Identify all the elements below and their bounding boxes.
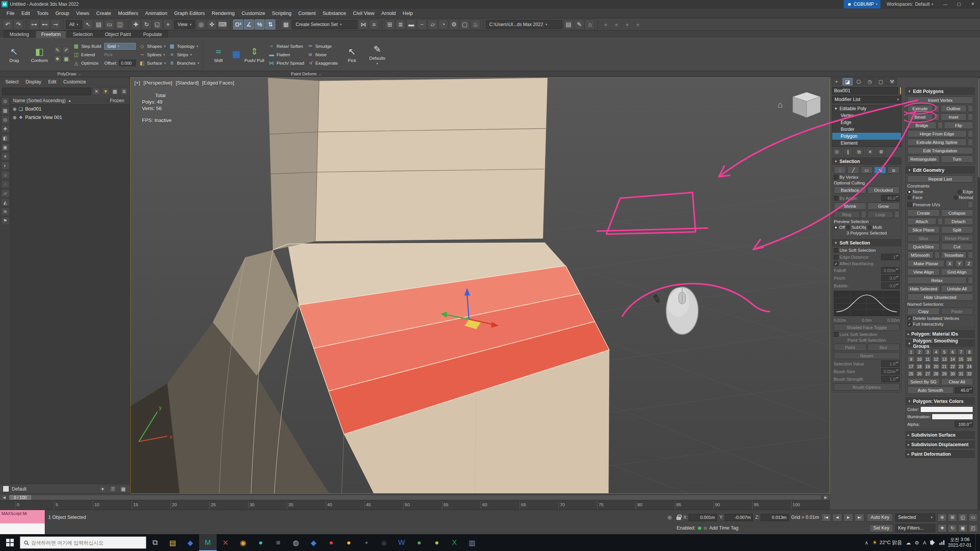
attach-settings-button[interactable] <box>938 218 943 225</box>
polydraw-brush-icon[interactable]: ▦ <box>62 55 70 63</box>
grow-button[interactable]: Grow <box>867 202 900 210</box>
tab-selection[interactable]: Selection <box>67 31 98 38</box>
pinch-spinner[interactable]: 0.0 <box>881 275 900 281</box>
extrude-button[interactable]: Extrude <box>907 105 933 112</box>
object-name-field[interactable] <box>832 87 898 95</box>
bind-to-space-warp-icon[interactable]: ⊸ <box>51 20 60 29</box>
taskbar-app-icon[interactable]: ◉ <box>375 534 393 551</box>
smoothing-group-button[interactable]: 4 <box>932 349 940 355</box>
inset-settings-button[interactable] <box>968 113 973 121</box>
command-panel-scrollbar[interactable] <box>977 77 980 510</box>
visibility-dot-icon[interactable] <box>13 108 16 111</box>
smoothing-group-button[interactable]: 20 <box>932 363 940 370</box>
smoothing-group-button[interactable]: 29 <box>941 370 948 377</box>
viewport-pov-menu[interactable]: [Perspective] <box>144 80 172 86</box>
signin-user-button[interactable]: ☻ CGBUMP ▾ <box>844 0 880 8</box>
named-selection-set-combo[interactable]: Create Selection Set▾ <box>292 20 357 29</box>
edit-polygons-rollout-header[interactable]: ▼Edit Polygons <box>906 88 975 95</box>
pan-icon[interactable]: ✚ <box>938 524 947 532</box>
previous-frame-arrow-icon[interactable]: ◀ <box>2 495 7 500</box>
object-color-swatch[interactable] <box>900 87 902 95</box>
msmooth-button[interactable]: MSmooth <box>907 251 933 259</box>
relax-settings-button[interactable] <box>968 277 973 284</box>
brush-strength-spinner[interactable]: 1.0 <box>881 376 900 382</box>
align-icon[interactable]: ≡ <box>369 20 379 29</box>
maximize-button[interactable]: ▢ <box>953 0 965 8</box>
explorer-filter-icon[interactable]: ⊙ <box>1 97 10 106</box>
smoothing-group-button[interactable]: 5 <box>941 349 948 355</box>
lock-icon[interactable]: ⚿ <box>109 485 117 493</box>
undo-icon[interactable]: ↶ <box>3 20 13 29</box>
menu-item[interactable]: Modifiers <box>114 10 142 16</box>
explorer-row-box001[interactable]: ❑ Box001 <box>11 105 130 113</box>
exaggerate-button[interactable]: ≉Exaggerate <box>307 60 338 67</box>
taskbar-app-icon[interactable]: ✕ <box>217 534 234 551</box>
menu-item[interactable]: Customize <box>238 10 268 16</box>
annotate-icon[interactable]: ✎ <box>574 20 584 29</box>
extrude-spline-settings-button[interactable] <box>968 139 973 146</box>
repeat-last-button[interactable]: Repeat Last <box>907 175 973 183</box>
next-frame-arrow-icon[interactable]: ▶ <box>823 495 828 500</box>
taskbar-app-icon[interactable]: ● <box>322 534 340 551</box>
preview-subobj-radio[interactable] <box>846 225 850 230</box>
smoothing-group-button[interactable]: 28 <box>932 370 940 377</box>
project-path-combo[interactable]: C:\Users\UI...ds Max 2022▾ <box>486 20 562 29</box>
noise-button[interactable]: ≋Noise <box>307 51 338 58</box>
constraint-face-radio[interactable] <box>907 196 911 200</box>
menu-item[interactable]: Edit <box>18 10 33 16</box>
taskbar-app-icon[interactable]: ◆ <box>181 534 199 551</box>
vertex-subobject-icon[interactable]: ∴ <box>834 166 846 174</box>
smoothing-group-button[interactable]: 22 <box>949 363 957 370</box>
paint-button[interactable]: Paint <box>834 344 866 351</box>
remove-modifier-icon[interactable]: ✕ <box>866 148 875 156</box>
collapsed-rollout-header[interactable]: ▸Subdivision Displacement <box>906 441 975 448</box>
menu-item[interactable]: Scripting <box>269 10 295 16</box>
curve-editor-icon[interactable]: ~ <box>417 20 427 29</box>
smoothing-group-button[interactable]: 10 <box>916 356 923 362</box>
reset-plane-button[interactable]: Reset Plane <box>941 235 973 242</box>
vertex-colors-rollout-header[interactable]: ▼Polygon: Vertex Colors <box>906 398 975 405</box>
scene-explorer-toggle-icon[interactable]: ⊞ <box>385 20 395 29</box>
key-mode-dropdown[interactable]: Selected▾ <box>895 514 935 522</box>
explorer-filter-icon[interactable]: ⚑ <box>1 217 10 225</box>
smoothing-group-button[interactable]: 14 <box>949 356 957 362</box>
taskbar-app-icon[interactable]: ● <box>252 534 270 551</box>
time-slider-handle[interactable]: 0 / 100 <box>10 495 31 500</box>
set-key-button[interactable]: Set Key <box>869 524 893 532</box>
make-unique-icon[interactable]: ⧉ <box>854 148 864 156</box>
by-vertex-checkbox[interactable] <box>834 175 838 179</box>
rendered-frame-icon[interactable]: ▢ <box>460 20 470 29</box>
ring-spinner[interactable] <box>861 211 866 218</box>
element-subobject-icon[interactable]: ⧈ <box>887 166 900 174</box>
show-desktop-button[interactable] <box>975 534 978 551</box>
preserve-uvs-settings-button[interactable] <box>968 201 973 208</box>
smoothing-group-button[interactable]: 15 <box>957 356 965 362</box>
smoothing-group-button[interactable]: 23 <box>957 363 965 370</box>
edge-distance-checkbox[interactable] <box>834 255 838 259</box>
push-pull-button[interactable]: ⇕Push/ Pull <box>243 40 265 69</box>
flatten-button[interactable]: ▬Flatten <box>268 51 304 58</box>
surface-button[interactable]: ◧Surface▾ <box>139 60 166 67</box>
copy-button[interactable]: Copy <box>907 308 940 315</box>
maximize-viewport-icon[interactable]: ▣ <box>958 524 967 532</box>
mirror-icon[interactable]: ⋈ <box>358 20 368 29</box>
explorer-filter-icon[interactable]: ⌂ <box>1 171 10 179</box>
delete-isolated-vertices-checkbox[interactable]: ✓ <box>907 316 912 321</box>
relax-button[interactable]: Relax <box>907 277 967 284</box>
modify-tab-icon[interactable]: ◪ <box>843 78 853 85</box>
explorer-filter-icon[interactable]: ▱ <box>1 189 10 197</box>
smoothing-group-button[interactable]: 32 <box>965 370 973 377</box>
smoothing-group-button[interactable]: 1 <box>907 349 915 355</box>
stack-editable-poly[interactable]: ▼Editable Poly <box>832 105 901 112</box>
edge-subobject-icon[interactable]: ╱ <box>847 166 859 174</box>
constraint-none-radio[interactable] <box>907 190 911 194</box>
perspective-viewport[interactable]: x y ⌂ [+] [Perspective] [Standard] [Edge… <box>130 77 830 494</box>
ring-button[interactable]: Ring <box>834 211 860 218</box>
smoothing-group-button[interactable]: 24 <box>965 363 973 370</box>
explorer-filter-icon[interactable]: ▣ <box>1 143 10 152</box>
previous-frame-icon[interactable]: ◀ <box>832 514 842 522</box>
step-build-button[interactable]: ▦Step Build <box>73 43 101 50</box>
smoothing-group-button[interactable]: 18 <box>916 363 923 370</box>
smoothing-group-button[interactable]: 12 <box>932 356 940 362</box>
asset-folder-icon[interactable]: ▤ <box>564 20 573 29</box>
